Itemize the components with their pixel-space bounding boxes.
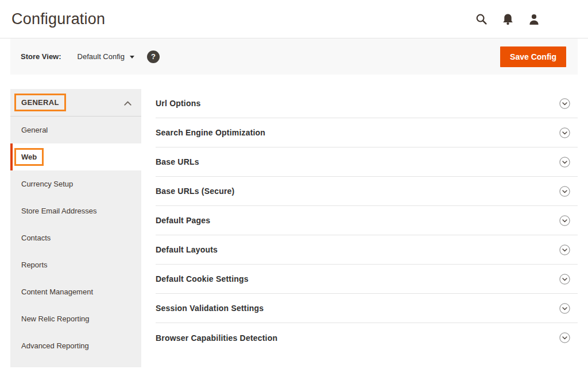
sidebar-item-web[interactable]: Web bbox=[10, 143, 141, 170]
save-config-button[interactable]: Save Config bbox=[500, 46, 566, 67]
chevron-down-circle-icon[interactable] bbox=[559, 98, 570, 109]
nav-item-list: GeneralWebCurrency SetupStore Email Addr… bbox=[10, 116, 141, 359]
sidebar-item-label: Contacts bbox=[21, 234, 51, 242]
section-title: Search Engine Optimization bbox=[156, 128, 265, 137]
config-nav-sidebar: GENERAL GeneralWebCurrency SetupStore Em… bbox=[10, 89, 141, 367]
store-view-label: Store View: bbox=[21, 52, 61, 61]
chevron-down-circle-icon[interactable] bbox=[559, 244, 570, 255]
sidebar-item-label: Advanced Reporting bbox=[21, 341, 89, 350]
chevron-down-circle-icon[interactable] bbox=[559, 215, 570, 226]
section-row-default-layouts[interactable]: Default Layouts bbox=[156, 235, 578, 265]
sidebar-item-label: Currency Setup bbox=[21, 180, 73, 188]
store-view-control: Store View: Default Config ? bbox=[21, 51, 160, 63]
store-view-toolbar: Store View: Default Config ? Save Config bbox=[10, 38, 578, 75]
chevron-down-circle-icon[interactable] bbox=[559, 157, 570, 168]
sidebar-item-currency-setup[interactable]: Currency Setup bbox=[10, 170, 141, 197]
section-title: Default Cookie Settings bbox=[156, 274, 249, 283]
section-title: Default Layouts bbox=[156, 245, 218, 254]
notifications-icon[interactable] bbox=[502, 13, 513, 25]
section-row-search-engine-optimization[interactable]: Search Engine Optimization bbox=[156, 118, 578, 147]
highlight-box-web: Web bbox=[14, 148, 44, 166]
chevron-down-circle-icon[interactable] bbox=[559, 186, 570, 197]
chevron-down-circle-icon[interactable] bbox=[559, 127, 570, 138]
nav-group-label: GENERAL bbox=[21, 98, 59, 107]
chevron-down-circle-icon[interactable] bbox=[559, 332, 570, 343]
config-section-list: Url OptionsSearch Engine OptimizationBas… bbox=[156, 89, 578, 352]
sidebar-item-store-email-addresses[interactable]: Store Email Addresses bbox=[10, 197, 141, 224]
search-icon[interactable] bbox=[475, 13, 488, 25]
store-view-switcher[interactable]: Default Config bbox=[78, 52, 134, 61]
highlight-box-general: GENERAL bbox=[14, 94, 66, 111]
section-row-default-cookie-settings[interactable]: Default Cookie Settings bbox=[156, 265, 578, 294]
sidebar-item-label: Reports bbox=[21, 261, 48, 269]
section-title: Default Pages bbox=[156, 216, 210, 225]
section-title: Base URLs (Secure) bbox=[156, 187, 234, 196]
section-title: Url Options bbox=[156, 99, 200, 108]
nav-group-general[interactable]: GENERAL bbox=[10, 89, 141, 116]
section-row-session-validation-settings[interactable]: Session Validation Settings bbox=[156, 294, 578, 323]
sidebar-item-label: New Relic Reporting bbox=[21, 314, 90, 323]
sidebar-item-new-relic-reporting[interactable]: New Relic Reporting bbox=[10, 305, 141, 332]
sidebar-item-label: General bbox=[21, 126, 48, 134]
store-view-value: Default Config bbox=[78, 52, 125, 61]
admin-header-actions bbox=[475, 13, 540, 25]
section-row-default-pages[interactable]: Default Pages bbox=[156, 206, 578, 235]
account-icon[interactable] bbox=[528, 13, 540, 25]
section-title: Base URLs bbox=[156, 157, 199, 166]
section-row-url-options[interactable]: Url Options bbox=[156, 89, 578, 118]
sidebar-item-label: Web bbox=[21, 153, 37, 161]
section-row-base-urls-secure[interactable]: Base URLs (Secure) bbox=[156, 177, 578, 206]
section-row-base-urls[interactable]: Base URLs bbox=[156, 147, 578, 177]
section-title: Browser Capabilities Detection bbox=[156, 333, 277, 343]
section-row-browser-capabilities-detection[interactable]: Browser Capabilities Detection bbox=[156, 323, 578, 352]
page-header: Configuration bbox=[0, 0, 588, 38]
sidebar-item-label: Content Management bbox=[21, 288, 93, 296]
sidebar-item-reports[interactable]: Reports bbox=[10, 251, 141, 278]
help-icon[interactable]: ? bbox=[147, 51, 160, 63]
section-title: Session Validation Settings bbox=[156, 304, 264, 313]
page-title: Configuration bbox=[11, 10, 105, 28]
chevron-down-circle-icon[interactable] bbox=[559, 303, 570, 314]
configuration-page: Configuration bbox=[0, 0, 588, 367]
caret-down-icon bbox=[130, 56, 134, 59]
sidebar-item-advanced-reporting[interactable]: Advanced Reporting bbox=[10, 332, 141, 359]
content-area: GENERAL GeneralWebCurrency SetupStore Em… bbox=[10, 89, 578, 367]
chevron-down-circle-icon[interactable] bbox=[559, 274, 570, 285]
chevron-up-icon bbox=[124, 98, 131, 108]
sidebar-item-content-management[interactable]: Content Management bbox=[10, 278, 141, 305]
sidebar-item-label: Store Email Addresses bbox=[21, 207, 97, 215]
sidebar-item-contacts[interactable]: Contacts bbox=[10, 224, 141, 251]
sidebar-item-general[interactable]: General bbox=[10, 116, 141, 143]
